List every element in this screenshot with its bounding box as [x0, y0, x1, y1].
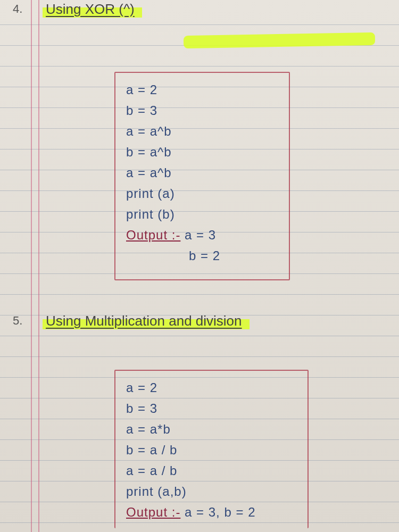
code-line: a = 2 [126, 377, 297, 398]
code-line: print (a) [126, 183, 278, 204]
code-line: a = a^b [126, 162, 278, 183]
highlighter-mark [184, 32, 375, 48]
code-line: a = 2 [126, 79, 278, 100]
margin-line-right [38, 0, 39, 532]
margin-line-left [31, 0, 32, 532]
heading-xor: Using XOR (^) [43, 0, 142, 19]
code-line: a = a^b [126, 121, 278, 142]
output-value: a = 3, b = 2 [185, 505, 255, 519]
code-line: a = a*b [126, 419, 297, 439]
code-line: b = a / b [126, 439, 297, 460]
heading-multdiv: Using Multiplication and division [43, 312, 250, 330]
output-value: a = 3 [185, 228, 216, 242]
code-line: b = 3 [126, 100, 278, 121]
code-line: b = 3 [126, 398, 297, 419]
code-line: a = a / b [126, 460, 297, 481]
output-label: Output :- [126, 505, 180, 519]
output-line: Output :- a = 3 [126, 225, 278, 245]
code-line: print (b) [126, 204, 278, 225]
output-label: Output :- [126, 228, 180, 242]
output-value: b = 2 [189, 245, 278, 266]
output-line: Output :- a = 3, b = 2 [126, 502, 297, 522]
question-number-4: 4. [13, 2, 22, 16]
notebook-paper: 4. Using XOR (^) a = 2 b = 3 a = a^b b =… [0, 0, 399, 532]
question-number-5: 5. [13, 314, 22, 328]
code-box-multdiv: a = 2 b = 3 a = a*b b = a / b a = a / b … [114, 370, 309, 528]
code-line: b = a^b [126, 142, 278, 162]
code-box-xor: a = 2 b = 3 a = a^b b = a^b a = a^b prin… [114, 72, 290, 280]
code-line: print (a,b) [126, 481, 297, 502]
